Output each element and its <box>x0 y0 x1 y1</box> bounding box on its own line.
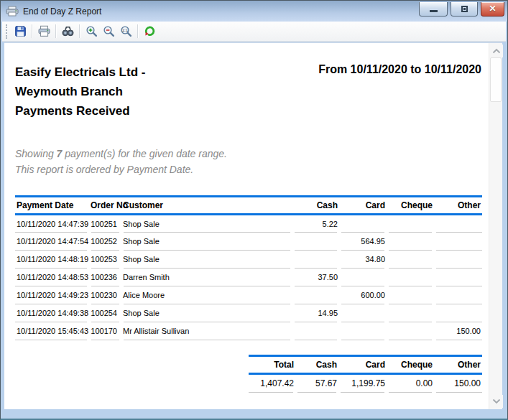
save-button[interactable] <box>11 23 29 40</box>
table-cell <box>434 286 482 304</box>
report-date-range: From 10/11/2020 to 10/11/2020 <box>318 63 481 76</box>
table-row: 10/11/2020 14:47:39100251Shop Sale5.22 <box>15 215 482 233</box>
table-cell <box>387 304 434 322</box>
maximize-icon <box>461 6 468 12</box>
column-header: Card <box>339 197 387 215</box>
totals-column-header: Card <box>338 356 387 374</box>
report-title-line: Easify Electricals Ltd - <box>15 62 252 82</box>
column-header: Payment Date <box>15 197 89 215</box>
printer-icon <box>6 6 19 17</box>
totals-column-header: Cheque <box>387 356 434 374</box>
totals-value-cell: 1,407.42 <box>249 374 295 393</box>
table-cell: Shop Sale <box>121 215 292 233</box>
toolbar-separator <box>79 24 80 38</box>
table-cell: 10/11/2020 14:47:54 <box>15 233 89 251</box>
report-page: Easify Electricals Ltd - Weymouth Branch… <box>4 43 489 409</box>
vertical-scrollbar[interactable] <box>489 43 502 409</box>
table-row: 10/11/2020 15:45:43100170Mr Allistair Su… <box>15 322 482 340</box>
totals-column-header: Total <box>249 356 295 374</box>
svg-text:1:1: 1:1 <box>121 28 128 32</box>
table-cell: Mr Allistair Sullivan <box>121 322 292 340</box>
totals-table: TotalCashCardChequeOther 1,407.4257.671,… <box>249 355 482 393</box>
save-icon <box>14 25 27 37</box>
print-button[interactable] <box>35 23 52 40</box>
close-icon: ✕ <box>489 4 496 13</box>
totals-column-header: Other <box>434 356 482 374</box>
scroll-down-button[interactable] <box>489 395 503 408</box>
table-cell <box>387 286 434 304</box>
table-cell: 100170 <box>89 322 121 340</box>
table-cell <box>387 322 434 340</box>
column-header: Cheque <box>387 197 434 215</box>
table-cell <box>339 322 387 340</box>
title-bar: End of Day Z Report ✕ <box>1 1 507 22</box>
column-header: Other <box>434 197 482 215</box>
table-cell: Shop Sale <box>121 233 292 251</box>
zoom-in-icon <box>86 25 98 37</box>
zoom-out-icon <box>103 25 115 37</box>
payments-header-row: Payment DateOrder NoCustomerCashCardCheq… <box>15 197 482 215</box>
toolbar: 1:1 <box>2 22 506 42</box>
table-cell <box>292 322 339 340</box>
totals-value-cell: 0.00 <box>387 374 434 393</box>
scrollbar-thumb[interactable] <box>490 57 502 102</box>
table-cell: 34.80 <box>339 251 387 269</box>
table-row: 10/11/2020 14:48:53100236Darren Smith37.… <box>15 269 482 286</box>
maximize-button[interactable] <box>451 2 478 17</box>
table-cell: 10/11/2020 14:49:38 <box>15 304 89 322</box>
report-summary: Showing 7 payment(s) for the given date … <box>15 146 227 177</box>
table-cell: Shop Sale <box>121 251 292 269</box>
report-viewport: Easify Electricals Ltd - Weymouth Branch… <box>4 42 502 409</box>
report-title-line: Weymouth Branch <box>15 82 252 101</box>
table-cell: 100252 <box>89 233 121 251</box>
table-cell <box>339 215 387 233</box>
table-cell <box>387 215 434 233</box>
table-row: 10/11/2020 14:49:38100254Shop Sale14.95 <box>15 304 482 322</box>
find-button[interactable] <box>59 23 76 40</box>
table-cell: 10/11/2020 15:45:43 <box>15 322 89 340</box>
totals-value-row: 1,407.4257.671,199.750.00150.00 <box>249 374 482 393</box>
zoom-actual-size-icon: 1:1 <box>120 25 132 37</box>
table-row: 10/11/2020 14:47:54100252Shop Sale564.95 <box>15 233 482 251</box>
minimize-button[interactable] <box>419 2 448 17</box>
table-cell: 10/11/2020 14:47:39 <box>15 215 89 233</box>
totals-value-cell: 150.00 <box>434 374 482 393</box>
table-cell: Darren Smith <box>121 269 292 286</box>
window-title: End of Day Z Report <box>23 6 419 17</box>
zoom-in-button[interactable] <box>83 23 100 40</box>
print-icon <box>38 25 50 37</box>
table-cell: 100251 <box>89 215 121 233</box>
table-cell: 5.22 <box>292 215 339 233</box>
table-cell <box>292 286 339 304</box>
payments-table: Payment DateOrder NoCustomerCashCardCheq… <box>15 195 482 340</box>
table-cell: 600.00 <box>339 286 387 304</box>
table-row: 10/11/2020 14:48:19100253Shop Sale34.80 <box>15 251 482 269</box>
column-header: Order No <box>89 197 121 215</box>
table-cell: 150.00 <box>434 322 482 340</box>
table-cell: 14.95 <box>292 304 339 322</box>
close-button[interactable]: ✕ <box>481 2 504 17</box>
table-cell: Alice Moore <box>121 286 292 304</box>
table-cell <box>387 251 434 269</box>
scroll-up-button[interactable] <box>489 45 503 57</box>
order-note: This report is ordered by Payment Date. <box>15 162 227 177</box>
table-cell <box>292 251 339 269</box>
report-title-line: Payments Received <box>15 101 252 121</box>
zoom-actual-size-button[interactable]: 1:1 <box>117 23 134 40</box>
toolbar-grip[interactable] <box>6 24 8 39</box>
chevron-down-icon <box>492 398 501 404</box>
zoom-out-button[interactable] <box>100 23 117 40</box>
table-cell: 10/11/2020 14:48:19 <box>15 251 89 269</box>
table-cell: 564.95 <box>339 233 387 251</box>
table-cell <box>339 304 387 322</box>
table-cell <box>292 233 339 251</box>
report-title: Easify Electricals Ltd - Weymouth Branch… <box>15 62 252 121</box>
table-cell: 100236 <box>89 269 121 286</box>
toolbar-separator <box>55 24 56 38</box>
table-cell: 37.50 <box>292 269 339 286</box>
column-header: Customer <box>121 197 292 215</box>
table-cell: 100230 <box>89 286 121 304</box>
refresh-button[interactable] <box>141 23 158 40</box>
refresh-icon <box>144 25 156 37</box>
table-cell: 100254 <box>89 304 121 322</box>
